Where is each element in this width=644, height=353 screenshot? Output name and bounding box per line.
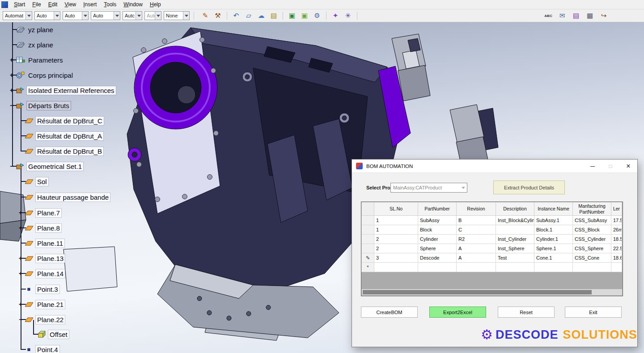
export2excel-button[interactable]: Export2Excel [429,307,486,318]
table-cell[interactable]: 22.5 [611,244,622,253]
tree-item[interactable]: Résultat de DpBrut_B [17,146,103,156]
tree-item[interactable]: Offset [30,329,69,339]
table-cell[interactable]: Cylinder [418,235,457,244]
table-cell[interactable]: 2 [374,244,418,253]
exit-button[interactable]: Exit [565,307,622,318]
tree-item-label[interactable]: Plane.22 [36,315,65,324]
maximize-button[interactable]: □ [602,160,619,173]
tree-item-label[interactable]: Sol [36,177,48,186]
cloud-icon[interactable]: ☁ [256,11,267,21]
tree-item-label[interactable]: Isolated External References [27,86,116,95]
expand-icon[interactable]: + [8,70,15,80]
table-cell[interactable]: Inst_Block&Cylin... [496,216,534,225]
column-header[interactable] [362,202,374,216]
extract-product-details-button[interactable]: Extract Product Details [493,181,565,194]
table-cell[interactable] [496,263,534,272]
close-button[interactable]: × [619,160,637,173]
expand-icon[interactable]: + [17,208,24,218]
tree-item[interactable]: +Isolated External References [8,85,116,95]
knowledge-icon[interactable]: ▤ [571,11,581,21]
tree-item-label[interactable]: Plane.11 [36,239,64,248]
table-cell[interactable]: Cone.1 [534,253,573,263]
table-cell[interactable]: A [457,244,496,253]
painter-icon[interactable]: ✎ [200,11,211,21]
table-cell[interactable] [573,263,611,272]
expand-icon[interactable]: + [17,253,24,263]
tree-item-label[interactable]: Plane.14 [36,269,65,278]
table-cell[interactable]: 26m [611,225,622,235]
table-cell[interactable] [457,263,496,272]
table-cell[interactable]: SubAssy.1 [534,216,573,225]
tree-item[interactable]: +Parameters [8,55,64,65]
table-cell[interactable]: Sphere [418,244,457,253]
table-cell[interactable]: 18.5 [611,235,622,244]
chevron-down-icon[interactable] [460,185,467,191]
column-header[interactable]: Manfacturing PartNumber [573,202,611,216]
tree-item-label[interactable]: Départs Bruts [27,101,71,110]
collapse-icon[interactable]: − [17,315,24,324]
cube-axis-icon[interactable]: ▣ [299,11,310,21]
tree-item[interactable]: Sol [17,176,48,186]
table-cell[interactable]: B [457,216,496,225]
row-header[interactable]: ✎ [362,253,374,263]
tree-item-label[interactable]: Résultat de DpBrut_A [36,132,103,140]
tree-item[interactable]: Point.4 [17,345,59,353]
menu-item-window[interactable]: Window [120,0,146,9]
column-header[interactable]: Ler [611,202,622,216]
table-row[interactable]: 2SphereAInst_SphereSphere.1CSS_Sphere22.… [362,244,622,253]
surface-tool-icon[interactable]: ▱ [243,11,254,21]
tree-item[interactable]: Plane.11 [17,238,64,248]
molecule-icon[interactable]: ✳ [343,11,353,21]
table-cell[interactable]: Inst_Cylinder [496,235,534,244]
tree-item-label[interactable]: Résultat de DpBrut_C [36,117,104,125]
catalog-browser-icon[interactable]: ⚒ [212,11,223,21]
table-cell[interactable]: CSS_Sphere [573,244,611,253]
tree-item[interactable]: Résultat de DpBrut_C [17,116,104,126]
tree-item[interactable]: yz plane [8,25,55,34]
table-row[interactable]: 1SubAssyBInst_Block&Cylin...SubAssy.1CSS… [362,216,622,225]
combo-arrow-icon[interactable] [82,12,88,20]
createbom-button[interactable]: CreateBOM [361,307,418,318]
table-row[interactable]: 1BlockCBlock.1CSS_Block26m [362,225,622,235]
scrollbar-thumb[interactable] [363,290,592,294]
column-header[interactable]: Revision [457,202,496,216]
menu-item-file[interactable]: File [29,0,44,9]
tree-item[interactable]: +Plane.13 [17,253,65,263]
workbench-icon[interactable]: ⚙ [312,11,322,21]
table-cell[interactable]: 3 [374,253,418,263]
table-cell[interactable] [418,263,457,272]
print-area-icon[interactable]: ▦ [585,11,595,21]
bom-grid[interactable]: SL.NoPartNumberRevisionDescriptionInstan… [361,202,623,296]
publish-icon[interactable]: ↪ [598,11,609,21]
column-header[interactable]: Instance Name [534,202,573,216]
tree-item-label[interactable]: Plane.8 [36,224,61,232]
expand-icon[interactable]: + [8,55,15,65]
table-cell[interactable]: CSS_Cylinder [573,235,611,244]
row-header[interactable] [362,244,374,253]
table-cell[interactable]: Block.1 [534,225,573,235]
menu-item-edit[interactable]: Edit [45,0,61,9]
menu-item-view[interactable]: View [61,0,80,9]
menu-item-tools[interactable]: Tools [100,0,120,9]
tree-item-label[interactable]: Plane.13 [36,254,65,263]
row-header[interactable] [362,216,374,225]
toolbar-combo[interactable]: Auto [91,11,120,20]
table-cell[interactable]: CSS_Cone [573,253,611,263]
undo-icon[interactable]: ↶ [231,11,242,21]
tree-item-label[interactable]: zx plane [27,41,55,49]
layers-icon[interactable]: ▤ [268,11,279,21]
expand-icon[interactable]: + [17,299,24,309]
toolbar-combo[interactable]: Auto [63,11,89,20]
table-cell[interactable]: A [457,253,496,263]
table-cell[interactable] [611,263,622,272]
tree-item[interactable]: +Corps principal [8,70,74,80]
tree-item-label[interactable]: Point.4 [36,345,59,353]
dialog-titlebar[interactable]: BOM AUTOMATION ─ □ × [352,160,637,173]
expand-icon[interactable]: + [8,85,15,95]
combo-arrow-icon[interactable] [25,12,32,20]
table-cell[interactable]: 1 [374,216,418,225]
table-cell[interactable]: 1 [374,225,418,235]
collapse-icon[interactable]: − [8,101,15,110]
tree-item[interactable]: +Plane.8 [17,223,61,233]
tree-item-label[interactable]: Corps principal [27,71,74,80]
